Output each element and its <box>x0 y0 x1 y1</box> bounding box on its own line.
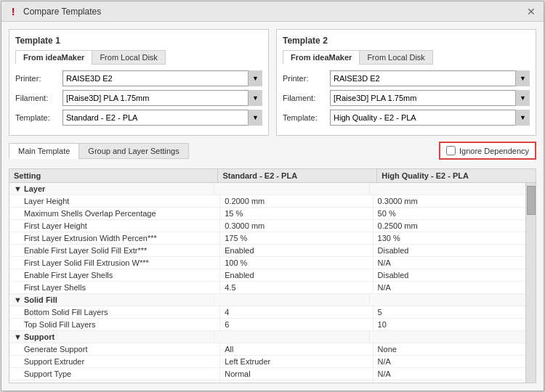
template1-tab-ideamaker[interactable]: From ideaMaker <box>15 50 92 65</box>
close-button[interactable]: ✕ <box>525 5 538 18</box>
cell-setting: Maximum Shells Overlap Percentage <box>9 208 220 219</box>
cell-t2 <box>370 294 525 306</box>
cell-t1: Left Extruder <box>220 356 373 367</box>
scrollbar[interactable] <box>525 183 536 383</box>
cell-setting: Support Type <box>9 368 220 380</box>
ignore-dependency-label: Ignore Dependency <box>459 147 529 155</box>
cell-t2 <box>370 331 525 343</box>
cell-t1: Normal <box>220 368 373 380</box>
cell-t2: 10 <box>374 319 525 330</box>
template1-template-label: Template: <box>15 113 62 122</box>
template2-template-label: Template: <box>283 113 330 122</box>
cell-t2 <box>370 183 525 195</box>
cell-setting: ▼ Solid Fill <box>9 294 214 306</box>
table-row: First Layer Extrusion Width Percen***175… <box>9 232 525 245</box>
cell-setting: First Layer Extrusion Width Percen*** <box>9 232 220 244</box>
template1-tab-localdisk[interactable]: From Local Disk <box>92 50 165 65</box>
main-tabs-row: Main Template Group and Layer Settings <box>9 143 189 159</box>
table-body: ▼ LayerLayer Height0.2000 mm0.3000 mmMax… <box>9 183 525 383</box>
cell-t1: Enabled <box>220 245 373 256</box>
cell-setting: Bottom Solid Fill Layers <box>9 306 220 318</box>
window-title: Compare Templates <box>23 7 101 17</box>
cell-setting: ▼ Layer <box>9 183 214 195</box>
template1-printer-select[interactable]: RAISE3D E2 <box>62 70 262 86</box>
template2-template-select[interactable]: High Quality - E2 - PLA <box>330 110 530 126</box>
cell-t1: 4 <box>220 306 373 318</box>
cell-t2: N/A <box>374 368 525 380</box>
ignore-dependency-container: Ignore Dependency <box>439 142 536 160</box>
template2-printer-select[interactable]: RAISE3D E2 <box>330 70 530 86</box>
cell-setting: Enable First Layer Solid Fill Extr*** <box>9 245 220 256</box>
cell-t1: 4.5 <box>220 282 373 293</box>
template2-title: Template 2 <box>283 36 530 46</box>
cell-t2: N/A <box>374 282 525 293</box>
cell-t2: Disabled <box>374 245 525 256</box>
cell-t1 <box>214 183 371 195</box>
cell-t2: N/A <box>374 380 525 383</box>
cell-t1 <box>214 331 371 343</box>
table-row: Top Solid Fill Layers610 <box>9 319 525 331</box>
template2-filament-label: Filament: <box>283 94 330 102</box>
template2-printer-label: Printer: <box>283 74 330 83</box>
template2-filament-select[interactable]: [Raise3D] PLA 1.75mm <box>330 90 530 106</box>
table-row: Maximum Shells Overlap Percentage15 %50 … <box>9 208 525 220</box>
table-row: Support ExtruderLeft ExtruderN/A <box>9 356 525 368</box>
template1-template-select[interactable]: Standard - E2 - PLA <box>62 110 262 126</box>
table-row: Enable First Layer Solid Fill Extr***Ena… <box>9 245 525 257</box>
cell-setting: Support Infill Type <box>9 380 220 383</box>
main-window: ! Compare Templates ✕ Template 1 From id… <box>1 1 544 391</box>
cell-t1: 175 % <box>220 232 373 244</box>
table-row: First Layer Shells4.5N/A <box>9 282 525 294</box>
cell-setting: Generate Support <box>9 343 220 355</box>
cell-setting: Enable First Layer Shells <box>9 269 220 281</box>
cell-t2: 0.3000 mm <box>374 195 525 207</box>
ignore-dependency-checkbox[interactable] <box>446 146 456 155</box>
table-row: Generate SupportAllNone <box>9 343 525 356</box>
template2-tab-ideamaker[interactable]: From ideaMaker <box>283 50 359 65</box>
template1-filament-select[interactable]: [Raise3D] PLA 1.75mm <box>62 90 262 106</box>
cell-t1: Rectilinear <box>220 380 373 383</box>
cell-t1: All <box>220 343 373 355</box>
cell-setting: ▼ Support <box>9 331 214 343</box>
table-row: Support Infill TypeRectilinearN/A <box>9 380 525 383</box>
cell-t1: Enabled <box>220 269 373 281</box>
table-row: First Layer Solid Fill Extrusion W***100… <box>9 257 525 269</box>
cell-t2: None <box>374 343 525 355</box>
cell-t2: N/A <box>374 257 525 269</box>
template1-panel: Template 1 From ideaMaker From Local Dis… <box>9 29 269 136</box>
cell-setting: Layer Height <box>9 195 220 207</box>
cell-t2: Disabled <box>374 269 525 281</box>
header-t1: Standard - E2 - PLA <box>218 169 377 182</box>
cell-t1 <box>214 294 371 306</box>
template2-panel: Template 2 From ideaMaker From Local Dis… <box>276 29 536 136</box>
cell-t2: 50 % <box>374 208 525 219</box>
cell-t2: 130 % <box>374 232 525 244</box>
cell-setting: Support Extruder <box>9 356 220 367</box>
scroll-thumb[interactable] <box>527 186 536 215</box>
header-setting: Setting <box>9 169 218 182</box>
comparison-table: Setting Standard - E2 - PLA High Quality… <box>9 168 536 383</box>
cell-setting: First Layer Shells <box>9 282 220 293</box>
cell-t1: 0.3000 mm <box>220 220 373 232</box>
template1-title: Template 1 <box>15 36 262 46</box>
cell-t1: 15 % <box>220 208 373 219</box>
title-bar: ! Compare Templates ✕ <box>1 1 544 22</box>
cell-t2: 5 <box>374 306 525 318</box>
cell-setting: First Layer Height <box>9 220 220 232</box>
template1-filament-label: Filament: <box>15 94 62 102</box>
table-row: First Layer Height0.3000 mm0.2500 mm <box>9 220 525 232</box>
header-t2: High Quality - E2 - PLA <box>377 169 536 182</box>
tab-main-template[interactable]: Main Template <box>9 143 78 159</box>
table-row: Bottom Solid Fill Layers45 <box>9 306 525 319</box>
cell-t2: 0.2500 mm <box>374 220 525 232</box>
window-icon: ! <box>7 6 19 17</box>
template2-tab-localdisk[interactable]: From Local Disk <box>359 50 432 65</box>
template1-printer-label: Printer: <box>15 74 62 83</box>
cell-t1: 0.2000 mm <box>220 195 373 207</box>
table-row: ▼ Support <box>9 331 525 343</box>
table-row: ▼ Layer <box>9 183 525 195</box>
cell-t2: N/A <box>374 356 525 367</box>
tab-group-layer[interactable]: Group and Layer Settings <box>78 143 188 159</box>
cell-t1: 6 <box>220 319 373 330</box>
table-row: Support TypeNormalN/A <box>9 368 525 380</box>
